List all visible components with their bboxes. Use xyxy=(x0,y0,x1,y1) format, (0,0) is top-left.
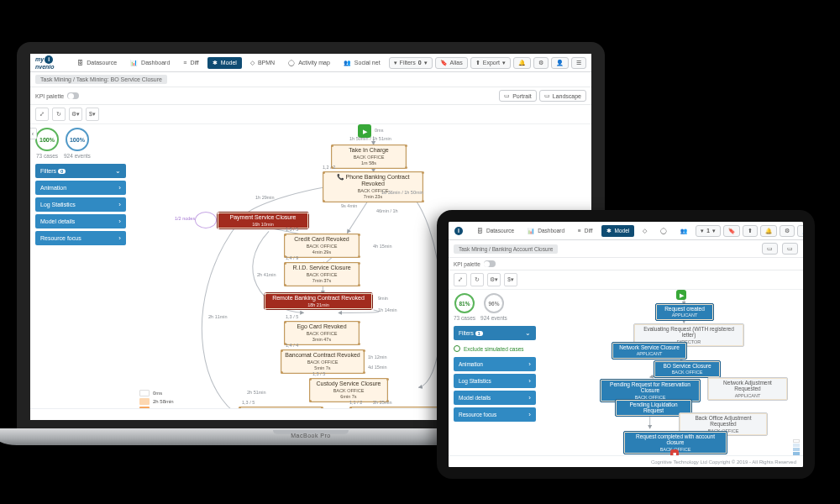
t-node-req[interactable]: Request created APPLICANT xyxy=(655,303,714,321)
nav-social-net[interactable]: 👥 Social net xyxy=(339,57,386,69)
alias-button[interactable]: 🔖 Alias xyxy=(435,57,468,69)
filters-count: 0 xyxy=(418,60,422,66)
node-take-in-charge[interactable]: Take In Charge BACK OFFICE 1m 58s xyxy=(331,144,407,169)
node-phone-banking[interactable]: 📞 Phone Banking Contract Revoked BACK OF… xyxy=(323,171,423,202)
t-nav-model[interactable]: ✱ Model xyxy=(601,225,635,237)
t-landscape-icon[interactable]: ▭ xyxy=(782,243,798,255)
node-sub: APPLICANT xyxy=(659,312,710,318)
toggle-icon xyxy=(67,92,79,99)
t-node-bo[interactable]: BO Service Closure BACK OFFICE xyxy=(654,360,721,378)
legend-l1: 0ms xyxy=(153,391,162,396)
filters-dropdown[interactable]: ▾ Filters 0 ▾ xyxy=(389,57,433,69)
t-cases-badge: 81% 73 cases xyxy=(454,293,475,321)
edge-label: 1h 29min xyxy=(255,195,275,200)
t-filters-count: 1 xyxy=(475,331,483,336)
t-portrait-icon[interactable]: ▭ xyxy=(762,243,778,255)
t-top-nav: i 🗄 Datasource 📊 Dashboard ≡ Diff ✱ Mode… xyxy=(449,222,803,240)
t-side-panel: 81% 73 cases 96% 924 events Filters 1 ⌄ … xyxy=(449,290,539,467)
nav-bpmn[interactable]: ◇ BPMN xyxy=(245,57,280,69)
node-title: Back Office Adjustment Requested xyxy=(695,415,751,427)
nav-dashboard[interactable]: 📊 Dashboard xyxy=(125,57,175,69)
node-dur: 6min 7s xyxy=(313,394,384,399)
node-sub: BACK OFFICE xyxy=(313,388,384,393)
events-caption: 924 events xyxy=(64,153,91,159)
t-start-node[interactable] xyxy=(676,290,686,300)
t-item-model[interactable]: Model details› xyxy=(454,391,536,405)
user-icon[interactable]: 👤 xyxy=(551,57,569,69)
tool-fullscreen-icon[interactable]: ⤢ xyxy=(35,108,49,121)
node-credit-card[interactable]: Credit Card Revoked BACK OFFICE 4min 29s xyxy=(284,234,360,258)
t-canvas[interactable]: Request created APPLICANT Evaluating Req… xyxy=(539,290,803,467)
cases-badge: 100% 73 cases xyxy=(35,128,59,159)
menu-icon[interactable]: ☰ xyxy=(571,57,586,69)
nav-datasource[interactable]: 🗄 Datasource xyxy=(72,57,122,68)
edge-label: 1,1 / 2 xyxy=(349,400,362,405)
nav-diff[interactable]: ≡ Diff xyxy=(178,57,203,68)
sidebar-filters-count: 0 xyxy=(58,169,66,174)
t-alias-icon[interactable]: 🔖 xyxy=(723,225,740,237)
t-export-icon[interactable]: ⬆ xyxy=(743,225,758,237)
nav-activity-map[interactable]: ◯ Activity map xyxy=(283,57,335,69)
kpi-toggle[interactable]: KPI palette xyxy=(35,92,79,99)
node-custody[interactable]: Custody Service Closure BACK OFFICE 6min… xyxy=(309,378,388,402)
tool-cost-icon[interactable]: $▾ xyxy=(86,108,99,121)
t-node-net[interactable]: Network Service Closure APPLICANT xyxy=(612,342,687,360)
t-nav-dashboard[interactable]: 📊 Dashboard xyxy=(522,225,570,237)
kpi-toggle-label: KPI palette xyxy=(35,93,64,99)
t-nav-diff[interactable]: ≡ Diff xyxy=(573,225,597,236)
t-item-animation[interactable]: Animation› xyxy=(454,357,536,371)
legend-l2: 2h 58min xyxy=(153,399,174,404)
t-kpi-toggle[interactable]: KPI palette xyxy=(454,260,496,267)
t-exclude-label: Exclude simulated cases xyxy=(464,346,524,352)
t-tool-cost[interactable]: $▾ xyxy=(504,273,517,286)
node-bancomat[interactable]: Bancomat Contract Revoked BACK OFFICE 5m… xyxy=(281,349,365,374)
t-item-log[interactable]: Log Statistics› xyxy=(454,374,536,388)
t-bell-icon[interactable]: 🔔 xyxy=(760,225,777,237)
t-nav-activity[interactable]: ◯ xyxy=(655,225,672,237)
t-gear-icon[interactable]: ⚙ xyxy=(780,225,795,237)
sidebar-item-model[interactable]: Model details› xyxy=(35,214,126,228)
t-node-netadj[interactable]: Network Adjustment Requested APPLICANT xyxy=(707,377,788,401)
options-bar: KPI palette ▭ Portrait ▭ Landscape xyxy=(30,87,591,105)
chevron-right-icon: › xyxy=(118,218,121,225)
export-button[interactable]: ⬆ Export ▾ xyxy=(470,57,511,69)
t-tool-full[interactable]: ⤢ xyxy=(454,273,467,286)
sidebar-item-filters[interactable]: Filters 0 ⌄ xyxy=(35,164,126,178)
nav-model[interactable]: ✱ Model xyxy=(207,57,242,69)
node-ego-card[interactable]: Ego Card Revoked BACK OFFICE 3min 47s xyxy=(284,321,360,345)
t-nav-bpmn[interactable]: ◇ xyxy=(638,225,652,237)
t-modeld-label: Model details xyxy=(459,395,491,401)
collapse-handle-icon[interactable]: ‹ xyxy=(30,128,37,139)
notifications-icon[interactable]: 🔔 xyxy=(513,57,531,69)
node-remote-banking[interactable]: Remote Banking Contract Revoked 18h 21mi… xyxy=(264,292,373,310)
t-nav-social[interactable]: 👥 xyxy=(675,225,692,237)
t-item-resource[interactable]: Resource focus› xyxy=(454,407,536,422)
nav-model-label: Model xyxy=(221,60,237,66)
t-user-icon[interactable]: 👤 xyxy=(797,225,803,237)
t-tool-gear[interactable]: ⚙▾ xyxy=(487,273,501,286)
t-cases-cap: 73 cases xyxy=(454,315,475,321)
sidebar-item-animation[interactable]: Animation› xyxy=(35,181,126,195)
t-tool-refresh[interactable]: ↻ xyxy=(470,273,484,286)
node-rid[interactable]: R.I.D. Service Closure BACK OFFICE 7min … xyxy=(284,262,360,286)
node-sub: BACK OFFICE xyxy=(288,272,355,277)
sidebar-item-resource[interactable]: Resource focus› xyxy=(35,231,126,245)
app-logo: myinvenio xyxy=(35,55,69,70)
chevron-right-icon: › xyxy=(118,184,121,192)
edge-label: 1h 12min xyxy=(368,354,387,360)
t-item-filters[interactable]: Filters 1 ⌄ xyxy=(454,326,536,340)
sidebar-item-log[interactable]: Log Statistics› xyxy=(35,197,126,212)
sidebar-model-label: Model details xyxy=(40,218,75,224)
t-events-cap: 924 events xyxy=(480,315,507,321)
tool-refresh-icon[interactable]: ↻ xyxy=(52,108,66,121)
node-title: Request created xyxy=(664,306,705,312)
tool-settings-icon[interactable]: ⚙▾ xyxy=(69,108,82,121)
settings-icon[interactable]: ⚙ xyxy=(533,57,549,69)
t-item-exclude[interactable]: Exclude simulated cases xyxy=(454,343,536,354)
landscape-button[interactable]: ▭ Landscape xyxy=(539,90,586,102)
t-nav-datasource[interactable]: 🗄 Datasource xyxy=(472,225,519,236)
edge-label: 9s 4min xyxy=(341,203,357,208)
portrait-button[interactable]: ▭ Portrait xyxy=(499,90,537,102)
sub-bar: Task Mining / Task Mining: BO Service Cl… xyxy=(30,72,591,87)
t-filters-dropdown[interactable]: ▾ 1 ▾ xyxy=(696,225,721,237)
